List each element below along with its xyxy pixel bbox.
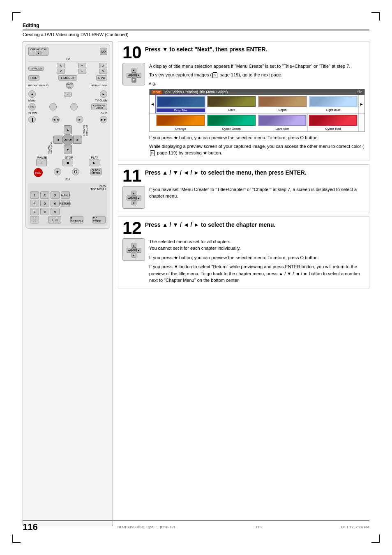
- footer-center-text: 116: [255, 525, 261, 529]
- color-olive[interactable]: Olive: [206, 95, 257, 113]
- stop-button[interactable]: ■: [62, 159, 73, 166]
- sepia-label: Sepia: [258, 108, 307, 112]
- section-title: Editing: [23, 23, 369, 28]
- page-subtitle: Creating a DVD-Video using DVD-R/RW (Con…: [23, 32, 369, 37]
- tvguide-label: TV Guide: [95, 99, 107, 102]
- nav-right-button[interactable]: ►: [73, 136, 82, 144]
- play-button[interactable]: ►: [89, 159, 99, 166]
- psp-labels: PAUSE STOP PLAY: [28, 156, 107, 159]
- menu-row-btns: Info CONTENTMENU: [28, 103, 107, 111]
- color-lavender[interactable]: Lavender: [257, 114, 308, 131]
- dvd-button[interactable]: DVD: [96, 75, 107, 81]
- cyber-green-label: Cyber Green: [207, 127, 256, 131]
- menu-row-labels: Menu TV Guide: [28, 99, 107, 102]
- corner-mark-tl: [12, 12, 21, 21]
- open-close-button[interactable]: OPEN/CLOSE ▲: [28, 47, 48, 56]
- cyber-red-thumb: [309, 115, 357, 126]
- circle-button[interactable]: O: [72, 168, 79, 175]
- stop-label: STOP: [65, 156, 73, 159]
- content-menu-btn[interactable]: CONTENTMENU: [91, 104, 107, 110]
- step-10-inner: ▲ ▼ ◄ ► ENTER A display of title menu se…: [122, 63, 365, 157]
- content-menu-button[interactable]: [70, 103, 78, 111]
- remote-control: OPEN/CLOSE ▲ I/O TV TV/VIDEO ∧ ∨: [25, 44, 110, 229]
- right-panel: 10 Press ▼ to select "Next", then press …: [118, 41, 369, 526]
- step-10-title: Press ▼ to select "Next", then press ENT…: [145, 46, 267, 53]
- star-button[interactable]: ★: [54, 168, 61, 175]
- slow-button[interactable]: ▐: [28, 116, 36, 123]
- nav-up-button[interactable]: ▲: [64, 125, 72, 134]
- num-9[interactable]: 9: [51, 208, 60, 215]
- cyber-red-label: Cyber Red: [309, 127, 357, 131]
- num-2[interactable]: 2: [40, 191, 49, 199]
- num-4[interactable]: 4: [30, 200, 39, 207]
- rec-button[interactable]: REC: [34, 168, 43, 177]
- step-10-remote-icon: ▲ ▼ ◄ ► ENTER: [122, 63, 145, 85]
- num-110[interactable]: 1·10: [48, 216, 61, 223]
- quick-menu-button[interactable]: QUICKMENU: [90, 168, 102, 175]
- vol-up-button[interactable]: +: [78, 63, 86, 68]
- corner-mark-br: [371, 534, 380, 543]
- color-cyber-red[interactable]: Cyber Red: [308, 114, 359, 131]
- step-12-remote-icon: ▲ ▼ ◄ ► ENTER: [122, 238, 145, 261]
- num-8[interactable]: 8: [40, 208, 49, 215]
- return-btn[interactable]: RETURN: [61, 200, 70, 207]
- num-0[interactable]: 0: [30, 216, 39, 223]
- numpad-row-3: 7 8 9: [30, 208, 106, 215]
- nav-left-button[interactable]: ◄: [53, 136, 62, 144]
- vol-down-button[interactable]: −: [78, 69, 86, 74]
- step-11-text1: If you have set "Menu Create" to "Title+…: [149, 186, 365, 200]
- header-section: Editing: [23, 23, 369, 30]
- replay-row: INSTANT REPLAY EASYNAV INSTANT SKIP: [28, 82, 107, 89]
- numpad-keys: DVDTOP MENU 1 2 3 MENU 4 5 6: [30, 185, 106, 224]
- mini-nav-11: ▲ ▼ ◄ ► ENTER: [127, 191, 141, 205]
- corner-mark-bl: [12, 534, 21, 543]
- easy-nav-btn2[interactable]: ←: [64, 92, 72, 97]
- tvcode-btn[interactable]: TV CODE: [92, 216, 106, 223]
- hdd-button[interactable]: HDD: [28, 75, 39, 81]
- light-blue-thumb: [309, 96, 358, 107]
- info-button[interactable]: Info: [28, 103, 36, 111]
- deep-blue-thumb: [157, 96, 205, 108]
- num-7[interactable]: 7: [30, 208, 39, 215]
- picture-search-label: PICTURESEARCH: [83, 125, 88, 154]
- step-12-inner: ▲ ▼ ◄ ► ENTER The selected menu is set f…: [122, 238, 365, 284]
- color-deep-blue[interactable]: Deep Blue: [155, 95, 207, 113]
- page-number: 116: [23, 522, 38, 532]
- menu-num-btn[interactable]: MENU: [61, 191, 70, 199]
- color-cyber-green[interactable]: Cyber Green: [206, 114, 257, 131]
- skip-button[interactable]: ►: [100, 90, 107, 98]
- ch-down-button[interactable]: ∨: [57, 69, 65, 74]
- skip-end-button[interactable]: ►►: [100, 116, 107, 123]
- ch-up-button[interactable]: ∧: [57, 63, 65, 68]
- nav-cross: ▲ ▼ ◄ ► ENTER: [53, 125, 82, 154]
- easy-nav-button[interactable]: EASYNAV: [66, 82, 74, 89]
- pause-button[interactable]: ⏸: [36, 159, 47, 166]
- timeslip-button[interactable]: TIMESLIP: [58, 75, 77, 81]
- instant-replay-label: INSTANT REPLAY: [28, 84, 49, 87]
- color-light-blue[interactable]: Light Blue: [308, 95, 359, 113]
- tsearch-btn[interactable]: T SEARCH: [70, 216, 83, 223]
- power-button[interactable]: I/O: [100, 48, 107, 55]
- step-11-title: Press ▲ / ▼ / ◄ / ► to select the menu, …: [145, 169, 307, 176]
- enter-button[interactable]: ENTER: [62, 134, 74, 145]
- color-sepia[interactable]: Sepia: [257, 95, 308, 113]
- color-orange[interactable]: Orange: [155, 114, 206, 131]
- prev-button[interactable]: ◄◄: [52, 116, 60, 123]
- num-3[interactable]: 3: [51, 191, 60, 199]
- ch-page-down-button[interactable]: ∨: [99, 69, 107, 74]
- replay-button[interactable]: ◄: [28, 90, 36, 98]
- nav-cross-container: FRAMEBACK/ADJ ▲ ▼ ◄ ► ENTER PICTURESEARC…: [28, 125, 107, 154]
- num-6[interactable]: 6: [51, 200, 60, 207]
- corner-mark-tr: [371, 12, 380, 21]
- footer-right-text: 06.1.17, 7:24 PM: [341, 525, 369, 529]
- ch-page-up-button[interactable]: ∧: [99, 63, 107, 68]
- skip-fwd-button[interactable]: ►: [76, 116, 83, 123]
- menu-circle-button[interactable]: [49, 103, 57, 111]
- step-12-text-area: The selected menu is set for all chapter…: [149, 238, 365, 284]
- tv-video-button[interactable]: TV/VIDEO: [28, 67, 44, 71]
- mini-nav-12: ▲ ▼ ◄ ► ENTER: [127, 243, 141, 258]
- nav-down-button[interactable]: ▼: [64, 145, 72, 154]
- numpad-section: DVDTOP MENU 1 2 3 MENU 4 5 6: [28, 183, 107, 226]
- num-1[interactable]: 1: [30, 191, 39, 199]
- num-5[interactable]: 5: [40, 200, 49, 207]
